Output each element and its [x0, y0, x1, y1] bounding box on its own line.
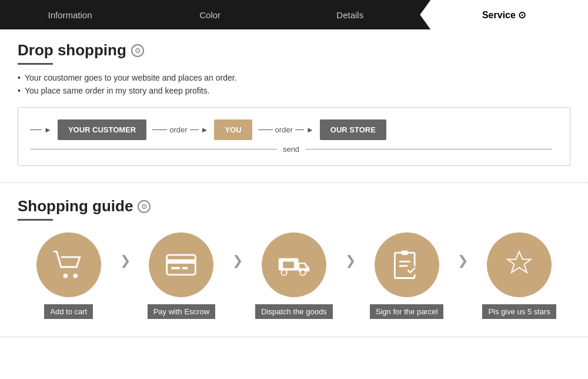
- svg-rect-5: [182, 267, 188, 270]
- title-underline: [18, 63, 53, 65]
- svg-rect-3: [167, 260, 196, 264]
- flow-node-customer: YOUR CUSTOMER: [58, 119, 146, 140]
- bullet-item-2: You place same order in my story and kee…: [18, 86, 570, 95]
- send-line-right: [305, 149, 552, 149]
- nav-service[interactable]: Service ⊙: [420, 0, 588, 29]
- navigation: Information Color Details Service ⊙: [0, 0, 588, 29]
- send-line-left: [30, 149, 277, 149]
- flow-node-store: OUR STORE: [320, 119, 386, 140]
- step-label-pay: Pay with Escrow: [148, 304, 215, 319]
- flow-node-you: YOU: [214, 119, 252, 140]
- chevron-3: ❯: [345, 253, 356, 268]
- truck-icon: [276, 247, 312, 282]
- chevron-4: ❯: [457, 253, 468, 268]
- svg-point-0: [63, 274, 68, 278]
- step-dispatch: Dispatch the goods: [243, 232, 345, 319]
- bullet-item-1: Your coustomer goes to your website and …: [18, 73, 570, 82]
- step-circle-star: [487, 232, 552, 297]
- svg-point-8: [300, 270, 305, 275]
- step-add-to-cart: Add to cart: [18, 232, 120, 319]
- nav-details[interactable]: Details: [280, 0, 420, 29]
- chevron-2: ❯: [232, 253, 243, 268]
- shopping-guide-section: Shopping guide ⊙ Add to cart ❯: [0, 185, 588, 331]
- drop-shopping-title: Drop shopping ⊙: [18, 41, 570, 59]
- clipboard-icon: [389, 247, 425, 282]
- shopping-guide-title: Shopping guide ⊙: [18, 197, 570, 215]
- nav-information[interactable]: Information: [0, 0, 140, 29]
- guide-title-underline: [18, 219, 53, 221]
- chevron-1: ❯: [120, 253, 131, 268]
- svg-point-1: [73, 274, 78, 278]
- step-circle-truck: [262, 232, 326, 297]
- flow-arrow-2: order ►: [258, 125, 314, 134]
- step-label-dispatch: Dispatch the goods: [255, 304, 332, 319]
- step-label-sign: Sign for the parcel: [370, 304, 444, 319]
- dropdown-icon[interactable]: ⊙: [131, 44, 144, 57]
- svg-rect-2: [167, 255, 196, 275]
- section-divider: [0, 182, 588, 183]
- step-circle-card: [149, 232, 213, 297]
- step-stars: Pls give us 5 stars: [468, 232, 570, 319]
- svg-rect-11: [401, 251, 407, 255]
- shopping-guide-dropdown-icon[interactable]: ⊙: [138, 200, 151, 213]
- svg-rect-9: [283, 261, 294, 268]
- send-row: send: [30, 145, 552, 154]
- flow-arrow-1: order ►: [152, 125, 208, 134]
- step-sign: Sign for the parcel: [356, 232, 458, 319]
- cart-icon: [51, 247, 86, 282]
- step-pay-escrow: Pay with Escrow: [131, 232, 233, 319]
- card-icon: [163, 247, 199, 282]
- send-label: send: [277, 145, 305, 154]
- flow-start-arrow: ►: [30, 125, 52, 134]
- nav-color[interactable]: Color: [140, 0, 280, 29]
- drop-shopping-section: Drop shopping ⊙ Your coustomer goes to y…: [0, 29, 588, 180]
- bullet-list: Your coustomer goes to your website and …: [18, 73, 570, 95]
- step-label-stars: Pls give us 5 stars: [482, 304, 556, 319]
- svg-rect-4: [172, 267, 181, 270]
- bottom-border: [0, 337, 588, 337]
- flow-diagram: ► YOUR CUSTOMER order ► YOU order ►: [18, 107, 570, 166]
- star-icon: [502, 247, 537, 282]
- step-circle-clipboard: [375, 232, 439, 297]
- step-circle-cart: [36, 232, 101, 297]
- svg-point-7: [281, 270, 286, 275]
- steps-row: Add to cart ❯ Pay with Escrow ❯: [18, 232, 570, 319]
- step-label-cart: Add to cart: [44, 304, 93, 319]
- flow-row: ► YOUR CUSTOMER order ► YOU order ►: [30, 119, 552, 140]
